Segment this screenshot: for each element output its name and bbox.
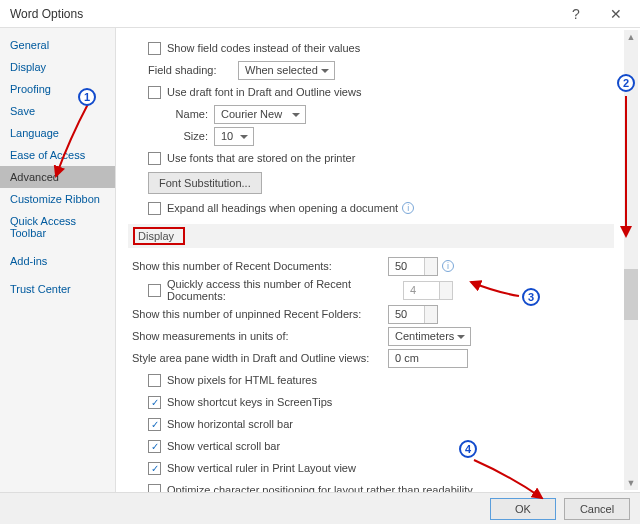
- label-units: Show measurements in units of:: [132, 330, 388, 342]
- label-size: Size:: [164, 130, 214, 142]
- footer: OK Cancel: [0, 492, 640, 524]
- label-pixels-html: Show pixels for HTML features: [167, 374, 317, 386]
- sidebar-item-advanced[interactable]: Advanced: [0, 166, 115, 188]
- annotation-badge-2: 2: [617, 74, 635, 92]
- checkbox-shortcut-keys[interactable]: [148, 396, 161, 409]
- checkbox-printer-fonts[interactable]: [148, 152, 161, 165]
- help-icon[interactable]: ?: [556, 0, 596, 28]
- label-optimize-layout: Optimize character positioning for layou…: [167, 484, 473, 492]
- sidebar-item-save[interactable]: Save: [0, 100, 115, 122]
- annotation-badge-3: 3: [522, 288, 540, 306]
- label-style-area: Style area pane width in Draft and Outli…: [132, 352, 388, 364]
- checkbox-expand-headings[interactable]: [148, 202, 161, 215]
- checkbox-optimize-layout[interactable]: [148, 484, 161, 493]
- sidebar-item-trust-center[interactable]: Trust Center: [0, 278, 115, 300]
- scroll-thumb[interactable]: [624, 269, 638, 321]
- titlebar: Word Options ? ✕: [0, 0, 640, 28]
- section-header-display: Display: [128, 224, 614, 248]
- sidebar-item-display[interactable]: Display: [0, 56, 115, 78]
- sidebar-item-ease-of-access[interactable]: Ease of Access: [0, 144, 115, 166]
- sidebar-item-quick-access-toolbar[interactable]: Quick Access Toolbar: [0, 210, 115, 244]
- select-units[interactable]: Centimeters: [388, 327, 471, 346]
- checkbox-vruler[interactable]: [148, 462, 161, 475]
- label-name: Name:: [164, 108, 214, 120]
- label-use-draft-font: Use draft font in Draft and Outline view…: [167, 86, 361, 98]
- checkbox-pixels-html[interactable]: [148, 374, 161, 387]
- vertical-scrollbar[interactable]: ▲ ▼: [624, 30, 638, 490]
- annotation-highlight: Display: [134, 228, 184, 244]
- select-field-shading[interactable]: When selected: [238, 61, 335, 80]
- label-expand-headings: Expand all headings when opening a docum…: [167, 202, 398, 214]
- annotation-badge-4: 4: [459, 440, 477, 458]
- info-icon[interactable]: [402, 202, 414, 214]
- label-quick-access: Quickly access this number of Recent Doc…: [167, 278, 403, 302]
- input-recent-docs[interactable]: 50▲▼: [388, 257, 438, 276]
- label-shortcut-keys: Show shortcut keys in ScreenTips: [167, 396, 332, 408]
- label-recent-folders: Show this number of unpinned Recent Fold…: [132, 308, 388, 320]
- close-icon[interactable]: ✕: [596, 0, 636, 28]
- select-font-name[interactable]: Courier New: [214, 105, 306, 124]
- font-substitution-button[interactable]: Font Substitution...: [148, 172, 262, 194]
- scroll-down-icon[interactable]: ▼: [624, 476, 638, 490]
- label-hscroll: Show horizontal scroll bar: [167, 418, 293, 430]
- input-recent-folders[interactable]: 50▲▼: [388, 305, 438, 324]
- checkbox-quick-access[interactable]: [148, 284, 161, 297]
- sidebar-item-general[interactable]: General: [0, 34, 115, 56]
- annotation-badge-1: 1: [78, 88, 96, 106]
- ok-button[interactable]: OK: [490, 498, 556, 520]
- label-show-field-codes: Show field codes instead of their values: [167, 42, 360, 54]
- label-vscroll: Show vertical scroll bar: [167, 440, 280, 452]
- checkbox-show-field-codes[interactable]: [148, 42, 161, 55]
- sidebar-item-customize-ribbon[interactable]: Customize Ribbon: [0, 188, 115, 210]
- checkbox-hscroll[interactable]: [148, 418, 161, 431]
- cancel-button[interactable]: Cancel: [564, 498, 630, 520]
- sidebar: General Display Proofing Save Language E…: [0, 28, 116, 492]
- input-style-area[interactable]: 0 cm: [388, 349, 468, 368]
- sidebar-item-add-ins[interactable]: Add-ins: [0, 250, 115, 272]
- input-quick-access: 4▲▼: [403, 281, 453, 300]
- select-font-size[interactable]: 10: [214, 127, 254, 146]
- content-pane: Show field codes instead of their values…: [116, 28, 640, 492]
- scroll-up-icon[interactable]: ▲: [624, 30, 638, 44]
- label-recent-docs: Show this number of Recent Documents:: [132, 260, 388, 272]
- checkbox-use-draft-font[interactable]: [148, 86, 161, 99]
- sidebar-item-proofing[interactable]: Proofing: [0, 78, 115, 100]
- label-field-shading: Field shading:: [148, 64, 238, 76]
- label-printer-fonts: Use fonts that are stored on the printer: [167, 152, 355, 164]
- info-icon[interactable]: [442, 260, 454, 272]
- checkbox-vscroll[interactable]: [148, 440, 161, 453]
- sidebar-item-language[interactable]: Language: [0, 122, 115, 144]
- label-vruler: Show vertical ruler in Print Layout view: [167, 462, 356, 474]
- window-title: Word Options: [10, 7, 556, 21]
